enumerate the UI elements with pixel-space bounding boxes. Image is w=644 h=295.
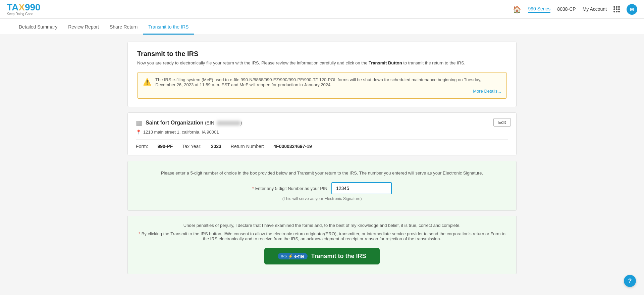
pin-input[interactable] (331, 182, 392, 194)
warning-box: ⚠️ The IRS e-filing system (MeF) used to… (137, 72, 507, 99)
logo-area: TAX990 Keep Doing Good (7, 3, 41, 16)
bolt-icon: ⚡ (288, 254, 293, 259)
form-label: Form: (136, 144, 148, 149)
logo-x: X (18, 2, 25, 12)
tax-year-value: 2023 (211, 144, 221, 149)
nav-my-account[interactable]: My Account (583, 6, 607, 12)
pin-input-row: * Enter any 5 digit Number as your PIN (135, 182, 509, 194)
apps-dot (613, 11, 615, 12)
nav-8038-cp[interactable]: 8038-CP (557, 6, 576, 12)
apps-icon[interactable] (613, 6, 620, 12)
return-number-label: Return Number: (231, 144, 264, 149)
location-icon: 📍 (136, 130, 141, 135)
address-text: 1213 main street 1, california, IA 90001 (143, 130, 219, 135)
efile-text: e-file (294, 254, 304, 259)
apps-dot (616, 11, 618, 12)
org-address: 📍 1213 main street 1, california, IA 900… (136, 130, 508, 135)
header: TAX990 Keep Doing Good 🏠 990 Series 8038… (0, 0, 644, 19)
tab-transmit-irs[interactable]: Transmit to the IRS (143, 20, 194, 35)
logo: TAX990 (7, 3, 41, 12)
apps-dot (616, 8, 618, 10)
help-button[interactable]: ? (624, 275, 636, 281)
home-icon[interactable]: 🏠 (513, 5, 521, 13)
pin-label-text: Enter any 5 digit Number as your PIN (255, 186, 327, 191)
nav-990-series[interactable]: 990 Series (528, 6, 550, 13)
tab-share-return[interactable]: Share Return (104, 20, 143, 35)
warning-message: The IRS e-filing system (MeF) used to e-… (155, 77, 481, 87)
org-name: Saint fort Organization (EIN: ) (146, 120, 242, 126)
consent-section: Under penalties of perjury, I declare th… (127, 216, 517, 274)
ein-value (217, 121, 240, 126)
org-card: Edit ▦ Saint fort Organization (EIN: ) 📍… (127, 112, 517, 155)
consent-text1: Under penalties of perjury, I declare th… (137, 223, 507, 228)
efile-badge: IRS ⚡ e-file (278, 253, 308, 259)
subtitle-before: Now you are ready to electronically file… (137, 60, 369, 65)
tab-nav: Detailed Summary Review Report Share Ret… (0, 19, 644, 35)
warning-link[interactable]: More Details... (155, 89, 501, 94)
logo-tagline: Keep Doing Good (7, 12, 41, 16)
subtitle-after: to transmit the return to the IRS. (402, 60, 466, 65)
pin-required-star: * (252, 186, 254, 191)
apps-dot (618, 11, 620, 12)
consent-text2-body: By clicking the Transmit to the IRS butt… (142, 231, 505, 241)
ein-label: EIN: (207, 120, 216, 126)
form-value: 990-PF (157, 144, 173, 149)
edit-button[interactable]: Edit (493, 118, 511, 127)
tax-year-label: Tax Year: (182, 144, 202, 149)
return-number-value: 4F0000324697-19 (273, 144, 312, 149)
pin-label: * Enter any 5 digit Number as your PIN (252, 186, 327, 191)
apps-dot (613, 8, 615, 10)
org-name-text: Saint fort Organization (146, 120, 203, 126)
building-icon: ▦ (136, 119, 142, 127)
consent-text2: * By clicking the Transmit to the IRS bu… (137, 231, 507, 241)
subtitle-bold: Transmit Button (369, 60, 402, 65)
apps-dot (613, 6, 615, 8)
tab-review-report[interactable]: Review Report (63, 20, 104, 35)
header-nav: 🏠 990 Series 8038-CP My Account M (513, 4, 637, 15)
consent-req-star: * (139, 231, 142, 236)
org-name-row: ▦ Saint fort Organization (EIN: ) (136, 119, 508, 127)
pin-hint: (This will serve as your Electronic Sign… (135, 196, 509, 201)
intro-card: Transmit to the IRS Now you are ready to… (127, 42, 517, 107)
warning-icon: ⚠️ (143, 78, 151, 86)
page-title: Transmit to the IRS (137, 50, 507, 58)
transmit-button[interactable]: IRS ⚡ e-file Transmit to the IRS (264, 248, 379, 264)
avatar[interactable]: M (627, 4, 637, 15)
form-meta: Form: 990-PF (136, 144, 174, 149)
main-content: Transmit to the IRS Now you are ready to… (121, 35, 523, 281)
tax-year-meta: Tax Year: 2023 (182, 144, 223, 149)
warning-text: The IRS e-filing system (MeF) used to e-… (155, 77, 501, 94)
transmit-label: Transmit to the IRS (311, 253, 366, 260)
apps-dot (616, 6, 618, 8)
pin-section: Please enter a 5-digit number of choice … (127, 161, 517, 211)
apps-dot (618, 6, 620, 8)
tab-detailed-summary[interactable]: Detailed Summary (13, 20, 63, 35)
return-number-meta: Return Number: 4F0000324697-19 (231, 144, 312, 149)
apps-dot (618, 8, 620, 10)
org-meta: Form: 990-PF Tax Year: 2023 Return Numbe… (136, 139, 508, 149)
org-ein: (EIN: ) (205, 120, 242, 126)
pin-description: Please enter a 5-digit number of choice … (135, 170, 509, 176)
irs-text: IRS (281, 254, 287, 258)
page-subtitle: Now you are ready to electronically file… (137, 60, 507, 65)
